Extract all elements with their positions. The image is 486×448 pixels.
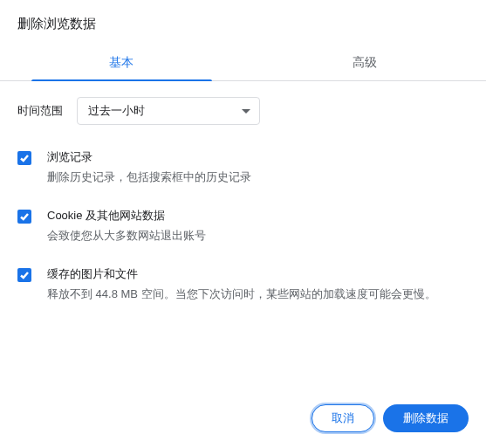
checkbox-cookies[interactable] [17, 210, 31, 224]
check-icon [19, 153, 30, 163]
dialog-body: 时间范围 过去一小时 浏览记录 删除历史记录，包括搜索框中的历史记录 Cooki… [0, 81, 486, 303]
button-bar: 取消 删除数据 [311, 404, 469, 432]
time-range-select[interactable]: 过去一小时 [77, 97, 260, 125]
time-range-row: 时间范围 过去一小时 [17, 97, 469, 125]
cancel-button[interactable]: 取消 [311, 404, 374, 432]
tab-basic[interactable]: 基本 [0, 45, 243, 80]
caret-down-icon [242, 109, 250, 114]
option-history-desc: 删除历史记录，包括搜索框中的历史记录 [47, 169, 251, 187]
option-cookies-text: Cookie 及其他网站数据 会致使您从大多数网站退出账号 [47, 208, 206, 245]
option-history-title: 浏览记录 [47, 149, 251, 165]
checkbox-cache[interactable] [17, 268, 31, 282]
clear-data-button-label: 删除数据 [403, 410, 448, 426]
cancel-button-label: 取消 [332, 410, 354, 426]
checkbox-history[interactable] [17, 151, 31, 165]
time-range-value: 过去一小时 [88, 103, 145, 119]
option-cache-text: 缓存的图片和文件 释放不到 44.8 MB 空间。当您下次访问时，某些网站的加载… [47, 266, 436, 304]
option-cache-title: 缓存的图片和文件 [47, 266, 436, 282]
option-cookies: Cookie 及其他网站数据 会致使您从大多数网站退出账号 [17, 208, 469, 245]
clear-data-button[interactable]: 删除数据 [383, 404, 469, 432]
dialog-title: 删除浏览数据 [0, 0, 486, 45]
option-cookies-title: Cookie 及其他网站数据 [47, 208, 206, 224]
time-range-label: 时间范围 [17, 103, 63, 119]
option-cache-desc: 释放不到 44.8 MB 空间。当您下次访问时，某些网站的加载速度可能会更慢。 [47, 286, 436, 304]
option-cookies-desc: 会致使您从大多数网站退出账号 [47, 227, 206, 245]
tab-basic-label: 基本 [109, 55, 133, 69]
option-history-text: 浏览记录 删除历史记录，包括搜索框中的历史记录 [47, 149, 251, 187]
tab-advanced-label: 高级 [353, 55, 377, 69]
tab-bar: 基本 高级 [0, 45, 486, 81]
check-icon [19, 211, 30, 222]
option-history: 浏览记录 删除历史记录，包括搜索框中的历史记录 [17, 149, 469, 187]
check-icon [19, 270, 30, 280]
tab-advanced[interactable]: 高级 [243, 45, 487, 80]
option-cache: 缓存的图片和文件 释放不到 44.8 MB 空间。当您下次访问时，某些网站的加载… [17, 266, 469, 304]
